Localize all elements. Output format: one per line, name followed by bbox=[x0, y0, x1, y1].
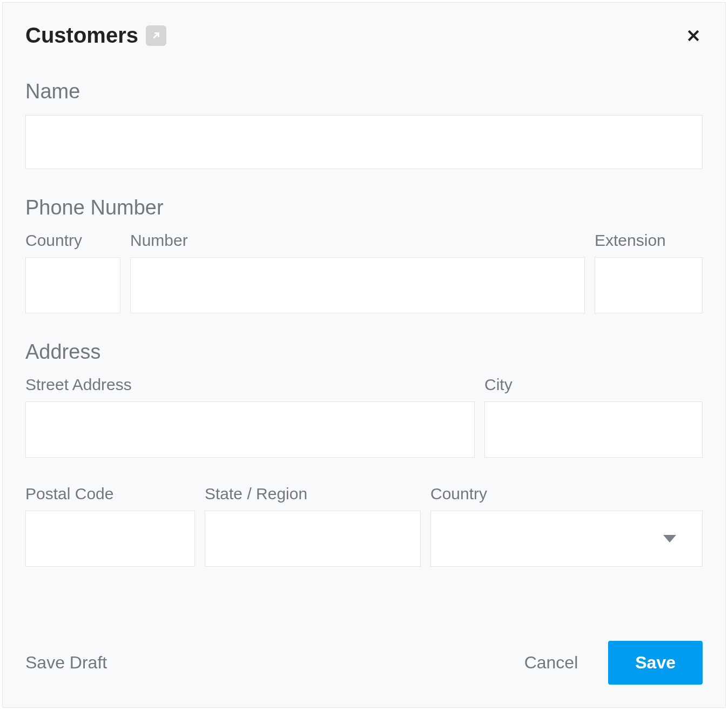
address-country-select[interactable] bbox=[430, 511, 703, 567]
name-input[interactable] bbox=[25, 115, 703, 169]
phone-number-label: Number bbox=[130, 231, 585, 250]
save-button[interactable]: Save bbox=[608, 641, 703, 685]
street-input[interactable] bbox=[25, 401, 475, 458]
postal-label: Postal Code bbox=[25, 485, 195, 503]
address-row-2: Postal Code State / Region Country bbox=[25, 485, 703, 567]
state-input[interactable] bbox=[205, 511, 421, 567]
cancel-button[interactable]: Cancel bbox=[524, 653, 578, 673]
name-section-label: Name bbox=[25, 80, 703, 103]
modal-header: Customers bbox=[25, 23, 703, 48]
phone-country-label: Country bbox=[25, 231, 120, 250]
phone-extension-label: Extension bbox=[595, 231, 703, 250]
phone-extension-input[interactable] bbox=[595, 257, 703, 313]
address-row-1: Street Address City bbox=[25, 376, 703, 458]
street-label: Street Address bbox=[25, 376, 475, 394]
phone-row: Country Number Extension bbox=[25, 231, 703, 313]
popout-icon[interactable] bbox=[146, 25, 166, 46]
customer-form-modal: Customers Name Phone Number Country Numb… bbox=[2, 2, 726, 708]
city-input[interactable] bbox=[484, 401, 703, 458]
address-country-label: Country bbox=[430, 485, 703, 503]
title-wrap: Customers bbox=[25, 23, 166, 48]
save-draft-button[interactable]: Save Draft bbox=[25, 653, 107, 673]
state-label: State / Region bbox=[205, 485, 421, 503]
phone-number-input[interactable] bbox=[130, 257, 585, 313]
modal-footer: Save Draft Cancel Save bbox=[25, 619, 703, 685]
modal-title: Customers bbox=[25, 23, 138, 48]
phone-section-label: Phone Number bbox=[25, 196, 703, 219]
phone-country-input[interactable] bbox=[25, 257, 120, 313]
address-section-label: Address bbox=[25, 340, 703, 364]
city-label: City bbox=[484, 376, 703, 394]
close-button[interactable] bbox=[684, 26, 703, 45]
chevron-down-icon bbox=[663, 535, 676, 542]
postal-input[interactable] bbox=[25, 511, 195, 567]
